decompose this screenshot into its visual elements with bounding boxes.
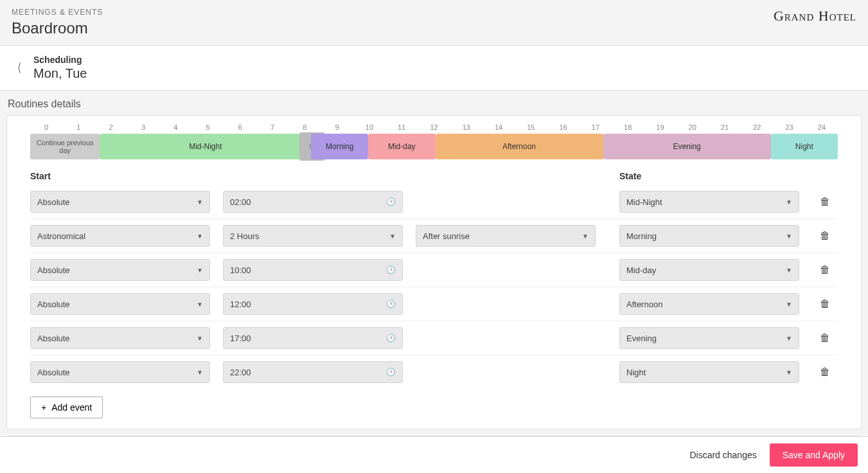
time-input[interactable]: 02:00🕒 [223, 191, 403, 213]
timeline-hour: 1 [62, 123, 94, 131]
timeline-hour: 14 [483, 123, 515, 131]
time-input[interactable]: 12:00🕒 [223, 293, 403, 315]
chevron-down-icon: ▼ [786, 233, 792, 240]
start-type-value: Absolute [37, 299, 70, 309]
table-row: Absolute▼02:00🕒Mid-Night▼🗑 [30, 185, 838, 219]
start-type-select[interactable]: Absolute▼ [30, 293, 210, 315]
timeline-bar-morning[interactable]: Morning [311, 134, 368, 159]
delete-row-button[interactable]: 🗑 [812, 230, 838, 242]
offset-value: 2 Hours [230, 231, 260, 241]
app-header: MEETINGS & EVENTS Boardroom Grand Hotel [0, 0, 868, 46]
time-input[interactable]: 17:00🕒 [223, 327, 403, 349]
time-value: 02:00 [230, 197, 251, 207]
timeline-hour: 3 [127, 123, 159, 131]
timeline-hour: 24 [806, 123, 838, 131]
section-title: Routines details [0, 91, 868, 115]
delete-row-button[interactable]: 🗑 [812, 366, 838, 378]
plus-icon: + [41, 402, 46, 413]
state-select[interactable]: Morning▼ [619, 225, 799, 247]
discard-button[interactable]: Discard changes [689, 450, 756, 460]
timeline-bar-mid-night[interactable]: Mid-Night [100, 134, 311, 159]
state-select[interactable]: Afternoon▼ [619, 293, 799, 315]
clock-icon: 🕒 [386, 334, 396, 343]
time-value: 10:00 [230, 265, 251, 275]
start-type-select[interactable]: Absolute▼ [30, 191, 210, 213]
timeline-hour: 18 [612, 123, 644, 131]
table-row: Absolute▼22:00🕒Night▼🗑 [30, 355, 838, 389]
timeline-bar-evening[interactable]: Evening [603, 134, 771, 159]
relative-value: After sunrise [423, 231, 470, 241]
chevron-down-icon: ▼ [786, 301, 792, 308]
page-title: Boardroom [12, 19, 103, 37]
state-select[interactable]: Night▼ [619, 361, 799, 383]
table-row: Astronomical▼2 Hours▼After sunrise▼Morni… [30, 219, 838, 253]
time-input[interactable]: 22:00🕒 [223, 361, 403, 383]
chevron-down-icon: ▼ [197, 233, 203, 240]
state-value: Morning [626, 231, 657, 241]
chevron-down-icon: ▼ [786, 199, 792, 206]
chevron-down-icon: ▼ [786, 369, 792, 376]
state-value: Mid-day [626, 265, 656, 275]
clock-icon: 🕒 [386, 368, 396, 377]
delete-row-button[interactable]: 🗑 [812, 298, 838, 310]
timeline-hour: 13 [450, 123, 483, 131]
header-state: State [619, 171, 799, 181]
trash-icon: 🗑 [820, 196, 830, 207]
start-type-select[interactable]: Astronomical▼ [30, 225, 210, 247]
back-button[interactable]: 〈 [14, 60, 21, 76]
delete-row-button[interactable]: 🗑 [812, 196, 838, 208]
trash-icon: 🗑 [820, 332, 830, 343]
timeline-hour: 12 [418, 123, 450, 131]
chevron-down-icon: ▼ [389, 233, 396, 240]
timeline-hour: 10 [353, 123, 385, 131]
timeline-bar-afternoon[interactable]: Afternoon [436, 134, 603, 159]
start-type-select[interactable]: Absolute▼ [30, 361, 210, 383]
timeline-hour: 19 [644, 123, 676, 131]
timeline-hour: 15 [515, 123, 547, 131]
offset-select[interactable]: 2 Hours▼ [223, 225, 403, 247]
timeline-bars: ☀Continue previous dayMid-NightMorningMi… [7, 131, 861, 167]
timeline-hour: 20 [677, 123, 709, 131]
state-select[interactable]: Evening▼ [619, 327, 799, 349]
delete-row-button[interactable]: 🗑 [812, 332, 838, 344]
timeline-hour: 0 [30, 123, 62, 131]
state-select[interactable]: Mid-Night▼ [619, 191, 799, 213]
chevron-down-icon: ▼ [197, 267, 203, 274]
start-type-value: Absolute [37, 368, 70, 377]
trash-icon: 🗑 [820, 298, 830, 309]
start-type-select[interactable]: Absolute▼ [30, 259, 210, 281]
timeline-bar-continue-previous-day[interactable]: Continue previous day [30, 134, 100, 159]
start-type-value: Absolute [37, 334, 70, 343]
timeline-hour: 22 [741, 123, 773, 131]
time-value: 12:00 [230, 299, 251, 309]
subheader-subtitle: Mon, Tue [33, 66, 87, 81]
timeline-hour: 21 [709, 123, 741, 131]
routines-panel: 0123456789101112131415161718192021222324… [6, 115, 862, 429]
start-type-value: Absolute [37, 265, 70, 275]
chevron-down-icon: ▼ [786, 335, 792, 342]
timeline-hour: 17 [580, 123, 612, 131]
breadcrumb: MEETINGS & EVENTS [12, 8, 103, 17]
time-input[interactable]: 10:00🕒 [223, 259, 403, 281]
state-value: Night [626, 368, 646, 377]
clock-icon: 🕒 [386, 265, 396, 274]
timeline-hour: 6 [224, 123, 256, 131]
state-select[interactable]: Mid-day▼ [619, 259, 799, 281]
relative-select[interactable]: After sunrise▼ [416, 225, 596, 247]
timeline-hour: 11 [385, 123, 418, 131]
add-event-button[interactable]: + Add event [30, 397, 103, 418]
timeline-hour: 9 [321, 123, 353, 131]
delete-row-button[interactable]: 🗑 [812, 264, 838, 276]
timeline-hour: 4 [159, 123, 191, 131]
timeline-bar-night[interactable]: Night [771, 134, 838, 159]
state-value: Mid-Night [626, 197, 662, 207]
start-type-select[interactable]: Absolute▼ [30, 327, 210, 349]
chevron-down-icon: ▼ [786, 267, 792, 274]
timeline-bar-mid-day[interactable]: Mid-day [368, 134, 435, 159]
time-value: 22:00 [230, 368, 251, 377]
start-type-value: Absolute [37, 197, 70, 207]
add-event-label: Add event [51, 402, 92, 413]
timeline-hour: 2 [95, 123, 127, 131]
save-apply-button[interactable]: Save and Apply [770, 443, 858, 467]
chevron-down-icon: ▼ [197, 301, 203, 308]
